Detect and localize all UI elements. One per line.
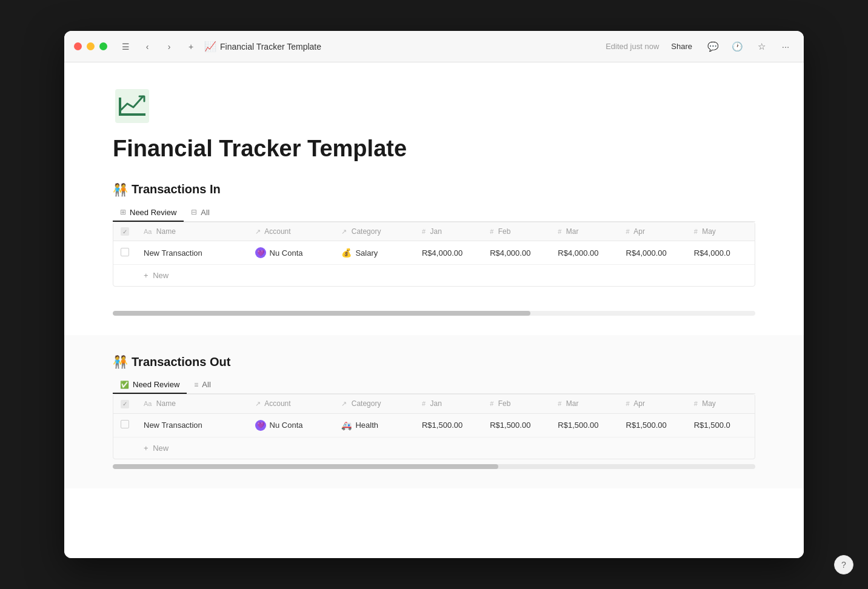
account-badge-in: 💜 [255, 247, 266, 258]
new-row-checkbox-out [113, 437, 136, 459]
new-label-out: New [153, 444, 169, 453]
transactions-out-header-row: ✓ Aa Name ↗ Account ↗ [113, 394, 755, 413]
th-may-out-label: May [702, 399, 716, 408]
th-checkbox-out: ✓ [113, 394, 136, 413]
history-button[interactable]: 🕐 [729, 38, 746, 55]
apr-col-icon-out: # [626, 400, 630, 407]
th-may-in-label: May [702, 227, 716, 236]
mar-col-icon-in: # [558, 228, 561, 235]
account-badge-out: 💜 [255, 420, 266, 431]
tab-table-icon: ⊟ [191, 208, 197, 216]
titlebar-right: Edited just now Share 💬 🕐 ☆ ··· [606, 38, 794, 55]
maximize-button[interactable] [99, 42, 107, 50]
window: ☰ ‹ › + 📈 Financial Tracker Template Edi… [64, 31, 804, 558]
account-col-icon-out: ↗ [255, 400, 261, 407]
account-name-in: Nu Conta [270, 248, 303, 258]
table-row: New Transaction 💜 Nu Conta 🚑 H [113, 413, 755, 437]
transactions-out-table-wrapper: ✓ Aa Name ↗ Account ↗ [113, 394, 755, 459]
transactions-out-emoji: 🧑‍🤝‍🧑 [113, 354, 128, 369]
category-emoji-in: 💰 [341, 248, 352, 258]
titlebar-title-text: Financial Tracker Template [220, 42, 321, 52]
row-name-in[interactable]: New Transaction [136, 241, 248, 265]
transactions-in-table: ✓ Aa Name ↗ Account ↗ [113, 222, 755, 287]
mar-col-icon-out: # [558, 400, 561, 407]
th-category-in: ↗ Category [334, 222, 415, 241]
titlebar-title: 📈 Financial Tracker Template [204, 41, 321, 52]
new-row-out[interactable]: + New [113, 437, 755, 459]
transactions-in-header-row: ✓ Aa Name ↗ Account ↗ [113, 222, 755, 241]
main-content: Financial Tracker Template 🧑‍🤝‍🧑 Transac… [64, 62, 804, 558]
checkbox-in[interactable] [121, 248, 129, 256]
new-row-in[interactable]: + New [113, 265, 755, 287]
row-checkbox-out[interactable] [113, 413, 136, 437]
hamburger-menu-button[interactable]: ☰ [117, 38, 134, 55]
th-jan-out-label: Jan [430, 399, 441, 408]
minimize-button[interactable] [87, 42, 95, 50]
plus-icon-out: + [144, 444, 149, 453]
th-account-out-label: Account [264, 399, 290, 408]
transactions-out-tabs: ✅ Need Review ≡ All [113, 376, 755, 394]
comment-button[interactable]: 💬 [704, 38, 721, 55]
th-feb-in: # Feb [482, 222, 550, 241]
tab-all-in[interactable]: ⊟ All [184, 204, 216, 222]
transactions-out-table: ✓ Aa Name ↗ Account ↗ [113, 394, 755, 459]
more-options-button[interactable]: ··· [777, 38, 794, 55]
category-col-icon-out: ↗ [341, 400, 347, 407]
add-page-button[interactable]: + [182, 38, 199, 55]
page-icon-small: 📈 [204, 41, 216, 52]
apr-col-icon-in: # [626, 228, 630, 235]
transactions-out-title: Transactions Out [132, 355, 230, 369]
th-category-out-label: Category [352, 399, 381, 408]
name-col-icon: Aa [144, 228, 152, 235]
share-button[interactable]: Share [666, 39, 697, 53]
th-name-out-label: Name [156, 399, 176, 408]
forward-button[interactable]: › [161, 38, 178, 55]
transactions-in-header: 🧑‍🤝‍🧑 Transactions In [113, 182, 755, 197]
th-jan-out: # Jan [415, 394, 482, 413]
header-checkbox-out[interactable]: ✓ [121, 400, 129, 408]
account-cell-in: 💜 Nu Conta [255, 247, 327, 258]
header-checkbox-in[interactable]: ✓ [121, 227, 129, 236]
category-cell-out: 🚑 Health [341, 421, 407, 430]
row-account-out: 💜 Nu Conta [248, 413, 335, 437]
tab-need-review-in[interactable]: ⊞ Need Review [113, 204, 184, 222]
plus-icon-in: + [144, 271, 149, 280]
feb-col-icon-in: # [490, 228, 493, 235]
transactions-in-tabs: ⊞ Need Review ⊟ All [113, 204, 755, 222]
th-account-in-label: Account [264, 227, 290, 236]
new-row-label-out[interactable]: + New [136, 437, 755, 459]
jan-col-icon-out: # [422, 400, 426, 407]
th-mar-in: # Mar [550, 222, 618, 241]
new-label-in: New [153, 271, 169, 280]
tab-all-in-label: All [201, 208, 209, 217]
row-may-in: R$4,000.0 [687, 241, 755, 265]
scrollbar-out[interactable] [113, 464, 755, 469]
row-account-in: 💜 Nu Conta [248, 241, 335, 265]
category-col-icon-in: ↗ [341, 228, 347, 235]
page-icon [113, 87, 152, 125]
new-row-label-in[interactable]: + New [136, 265, 755, 287]
scrollbar-in[interactable] [113, 311, 755, 316]
page-title: Financial Tracker Template [113, 135, 755, 163]
th-apr-in-label: Apr [633, 227, 645, 236]
th-mar-out-label: Mar [566, 399, 579, 408]
th-feb-out: # Feb [482, 394, 550, 413]
category-name-out: Health [355, 421, 378, 430]
feb-col-icon-out: # [490, 400, 493, 407]
row-category-in: 💰 Salary [334, 241, 415, 265]
back-button[interactable]: ‹ [139, 38, 156, 55]
row-checkbox-in[interactable] [113, 241, 136, 265]
th-account-in: ↗ Account [248, 222, 335, 241]
row-feb-out: R$1,500.00 [482, 413, 550, 437]
may-col-icon-in: # [694, 228, 698, 235]
row-jan-in: R$4,000.00 [415, 241, 482, 265]
close-button[interactable] [74, 42, 82, 50]
favorite-button[interactable]: ☆ [753, 38, 770, 55]
tab-all-out[interactable]: ≡ All [187, 376, 218, 394]
row-name-out[interactable]: New Transaction [136, 413, 248, 437]
tab-need-review-out[interactable]: ✅ Need Review [113, 376, 187, 394]
row-apr-out: R$1,500.00 [619, 413, 687, 437]
name-col-icon-out: Aa [144, 400, 152, 407]
category-emoji-out: 🚑 [341, 421, 352, 430]
checkbox-out[interactable] [121, 420, 129, 428]
